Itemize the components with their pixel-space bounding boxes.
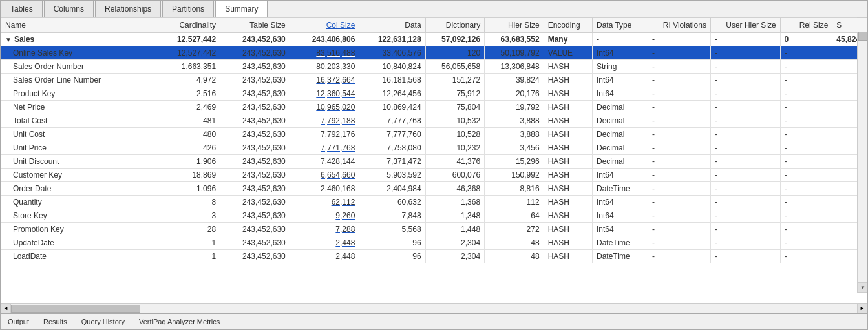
table-cell: Customer Key <box>1 169 154 182</box>
header-hier-size[interactable]: Hier Size <box>485 18 544 33</box>
table-scroll-container[interactable]: Name Cardinality Table Size Col Size Dat… <box>1 17 867 303</box>
header-cardinality[interactable]: Cardinality <box>154 18 220 33</box>
data-table: Name Cardinality Table Size Col Size Dat… <box>1 17 867 263</box>
table-cell: 3 <box>154 209 220 223</box>
table-cell: HASH <box>544 169 592 182</box>
table-row[interactable]: Promotion Key28243,452,6307,2885,5681,44… <box>1 223 867 236</box>
table-cell: 3,456 <box>485 141 544 155</box>
table-cell: - <box>648 101 711 114</box>
table-row[interactable]: Unit Price426243,452,6307,771,7687,758,0… <box>1 141 867 155</box>
header-user-hier-size[interactable]: User Hier Size <box>710 18 780 33</box>
header-table-size[interactable]: Table Size <box>220 18 290 33</box>
table-cell: 480 <box>154 128 220 141</box>
table-cell: 80,203,330 <box>290 60 359 74</box>
table-cell: 10,965,020 <box>290 101 359 114</box>
table-cell: Online Sales Key <box>1 46 154 60</box>
table-cell: HASH <box>544 182 592 196</box>
table-cell: - <box>648 209 711 223</box>
header-ri-violations[interactable]: RI Violations <box>648 18 711 33</box>
table-cell: Store Key <box>1 209 154 223</box>
table-cell: 1,663,351 <box>154 60 220 74</box>
expand-arrow-icon[interactable]: ▼ <box>5 36 12 43</box>
table-cell: ▼Sales <box>1 33 154 46</box>
tab-summary[interactable]: Summary <box>215 1 268 17</box>
table-cell: 62,112 <box>290 196 359 209</box>
table-cell: 1,348 <box>425 209 485 223</box>
table-cell: UpdateDate <box>1 236 154 250</box>
table-cell: - <box>780 250 832 263</box>
table-cell: - <box>780 46 832 60</box>
table-row[interactable]: Sales Order Line Number4,972243,452,6301… <box>1 74 867 87</box>
table-cell: 28 <box>154 223 220 236</box>
table-cell: - <box>710 196 780 209</box>
h-scroll-track[interactable] <box>11 304 857 313</box>
table-row[interactable]: Store Key3243,452,6309,2607,8481,34864HA… <box>1 209 867 223</box>
table-cell: - <box>780 236 832 250</box>
tab-relationships[interactable]: Relationships <box>95 1 161 17</box>
scroll-down-button[interactable]: ▼ <box>858 282 867 293</box>
table-row[interactable]: LoadDate1243,452,6302,448962,30448HASHDa… <box>1 250 867 263</box>
table-cell: DateTime <box>592 250 648 263</box>
header-encoding[interactable]: Encoding <box>544 18 592 33</box>
vertical-scrollbar[interactable]: ▲ ▼ <box>857 17 867 293</box>
table-row[interactable]: UpdateDate1243,452,6302,448962,30448HASH… <box>1 236 867 250</box>
table-cell: 48 <box>485 250 544 263</box>
bottom-tab-vertipaq[interactable]: VertiPaq Analyzer Metrics <box>132 315 227 328</box>
header-dictionary[interactable]: Dictionary <box>425 18 485 33</box>
table-row[interactable]: Customer Key18,869243,452,6306,654,6605,… <box>1 169 867 182</box>
table-row[interactable]: Online Sales Key12,527,442243,452,63083,… <box>1 46 867 60</box>
table-cell: 112 <box>485 196 544 209</box>
header-data-type[interactable]: Data Type <box>592 18 648 33</box>
table-cell: Promotion Key <box>1 223 154 236</box>
table-cell: 12,527,442 <box>154 46 220 60</box>
table-cell: Decimal <box>592 101 648 114</box>
table-cell: 48 <box>485 236 544 250</box>
horizontal-scrollbar[interactable]: ◄ ► <box>1 303 867 313</box>
table-row[interactable]: Net Price2,469243,452,63010,965,02010,86… <box>1 101 867 114</box>
table-cell: - <box>780 223 832 236</box>
h-scroll-thumb[interactable] <box>11 305 140 313</box>
bottom-tab-output[interactable]: Output <box>1 315 36 328</box>
scroll-right-button[interactable]: ► <box>857 304 867 314</box>
tab-tables[interactable]: Tables <box>1 1 43 17</box>
table-row[interactable]: Product Key2,516243,452,63012,360,54412,… <box>1 87 867 101</box>
table-row[interactable]: Quantity8243,452,63062,11260,6321,368112… <box>1 196 867 209</box>
header-rel-size[interactable]: Rel Size <box>780 18 832 33</box>
scroll-left-button[interactable]: ◄ <box>1 304 11 314</box>
table-row[interactable]: Unit Discount1,906243,452,6307,428,1447,… <box>1 155 867 169</box>
table-cell: Product Key <box>1 87 154 101</box>
table-cell: 2,304 <box>425 236 485 250</box>
bottom-tab-results[interactable]: Results <box>36 315 74 328</box>
table-cell: 2,516 <box>154 87 220 101</box>
table-cell: 1,906 <box>154 155 220 169</box>
table-cell: 75,912 <box>425 87 485 101</box>
table-cell: 243,452,630 <box>220 155 290 169</box>
table-row[interactable]: Order Date1,096243,452,6302,460,1682,404… <box>1 182 867 196</box>
table-cell: 151,272 <box>425 74 485 87</box>
header-data[interactable]: Data <box>359 18 425 33</box>
table-cell: 243,452,630 <box>220 169 290 182</box>
tab-partitions[interactable]: Partitions <box>162 1 214 17</box>
header-s[interactable]: S <box>832 18 867 33</box>
table-cell: 7,792,188 <box>290 114 359 128</box>
tab-columns[interactable]: Columns <box>44 1 94 17</box>
table-cell: - <box>710 236 780 250</box>
table-cell: 10,528 <box>425 128 485 141</box>
bottom-tab-query-history[interactable]: Query History <box>74 315 132 328</box>
table-cell: 12,527,442 <box>154 33 220 46</box>
table-cell: Total Cost <box>1 114 154 128</box>
header-col-size[interactable]: Col Size <box>290 18 359 33</box>
table-row[interactable]: Sales Order Number1,663,351243,452,63080… <box>1 60 867 74</box>
table-cell: 75,804 <box>425 101 485 114</box>
table-cell: Sales Order Line Number <box>1 74 154 87</box>
table-row[interactable]: Total Cost481243,452,6307,792,1887,777,7… <box>1 114 867 128</box>
table-cell: - <box>780 209 832 223</box>
table-row[interactable]: Unit Cost480243,452,6307,792,1767,777,76… <box>1 128 867 141</box>
table-cell: 7,288 <box>290 223 359 236</box>
table-row[interactable]: ▼Sales12,527,442243,452,630243,406,80612… <box>1 33 867 46</box>
table-cell: 5,903,592 <box>359 169 425 182</box>
table-cell: Sales Order Number <box>1 60 154 74</box>
bottom-tab-bar: Output Results Query History VertiPaq An… <box>1 313 867 329</box>
table-cell: - <box>710 101 780 114</box>
header-name[interactable]: Name <box>1 18 154 33</box>
